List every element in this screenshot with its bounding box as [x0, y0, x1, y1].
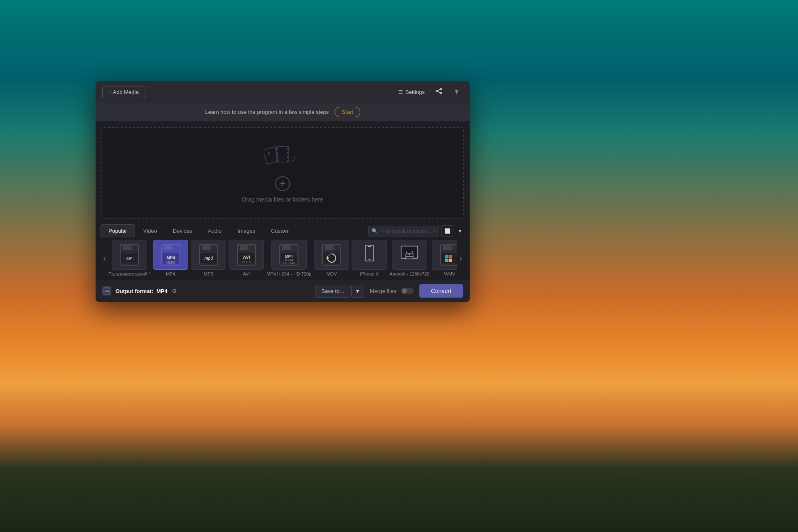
merge-files-label: Merge files:: [370, 288, 398, 294]
tab-images[interactable]: Images: [230, 225, 263, 237]
add-media-button[interactable]: + Add Media: [102, 86, 145, 98]
svg-text:GIF: GIF: [126, 256, 133, 261]
tab-custom[interactable]: Custom: [264, 225, 297, 237]
merge-files-toggle[interactable]: [401, 288, 414, 294]
format-section: Popular Video Devices Audio Images Custo…: [96, 224, 470, 280]
format-card-android: [392, 240, 427, 270]
format-label-mp4hd: MP4 H.264 - HD 720p: [266, 271, 311, 276]
tab-devices[interactable]: Devices: [165, 225, 200, 237]
search-area: 🔍 ✕ ⬜ ▼: [368, 225, 465, 237]
merge-files-section: Merge files:: [370, 288, 414, 294]
format-label-mov: MOV: [326, 271, 337, 276]
svg-rect-69: [445, 255, 448, 259]
format-label-android: Android - 1280x720: [389, 271, 429, 276]
format-item-mp3[interactable]: mp3 MP3: [191, 240, 226, 276]
settings-button[interactable]: ☰ Settings: [395, 87, 428, 97]
format-item-android[interactable]: Android - 1280x720: [389, 240, 429, 276]
svg-rect-30: [202, 244, 211, 250]
format-card-avi: AVI VIDEO: [229, 240, 264, 270]
format-item-iphonex[interactable]: iPhone X: [352, 240, 387, 276]
format-card-gif: GIF: [112, 240, 147, 270]
svg-rect-35: [240, 244, 249, 250]
formats-next-button[interactable]: ›: [457, 254, 465, 263]
collapse-formats-button[interactable]: ▼: [456, 227, 465, 236]
output-settings-icon[interactable]: ⚙: [172, 288, 177, 294]
svg-text:MP4: MP4: [166, 256, 175, 260]
tab-video[interactable]: Video: [136, 225, 165, 237]
tab-popular[interactable]: Popular: [101, 224, 135, 237]
search-input[interactable]: [368, 226, 439, 236]
svg-rect-42: [291, 245, 293, 249]
svg-rect-11: [276, 160, 278, 162]
media-icon: ♪: [264, 143, 301, 171]
save-to-button[interactable]: Save to...: [315, 285, 350, 298]
formats-list: GIF Пользовательский ° MP: [108, 240, 457, 276]
svg-rect-61: [406, 255, 413, 259]
format-item-wmv[interactable]: WMV: [432, 240, 457, 276]
svg-line-3: [438, 89, 440, 91]
title-bar: + Add Media ☰ Settings ?: [96, 81, 470, 103]
search-wrap: 🔍 ✕: [368, 226, 439, 236]
svg-rect-9: [276, 152, 278, 154]
svg-point-0: [440, 88, 442, 90]
svg-rect-19: [131, 245, 133, 249]
help-icon: ?: [454, 89, 458, 96]
format-item-mp4[interactable]: MP4 VIDEO MP4: [153, 240, 188, 276]
svg-rect-49: [333, 245, 336, 249]
save-to-dropdown-button[interactable]: ▼: [351, 285, 364, 298]
svg-text:HD 720p: HD 720p: [283, 261, 295, 265]
svg-rect-70: [449, 255, 452, 259]
svg-rect-8: [276, 148, 278, 150]
expand-formats-button[interactable]: ⬜: [441, 225, 453, 237]
svg-point-6: [268, 152, 270, 155]
toggle-thumb: [402, 288, 407, 293]
svg-line-4: [438, 91, 440, 93]
output-label: Output format:: [116, 288, 153, 294]
drop-zone[interactable]: ♪ + Drag media files or folders here: [101, 127, 464, 219]
format-item-avi[interactable]: AVI VIDEO AVI: [229, 240, 264, 276]
svg-rect-14: [287, 156, 289, 158]
svg-rect-18: [123, 244, 132, 250]
format-label-gif: Пользовательский °: [108, 271, 150, 276]
svg-rect-15: [287, 160, 289, 162]
convert-button[interactable]: Convert: [419, 284, 463, 298]
svg-text:mp3: mp3: [204, 256, 213, 261]
format-card-mp4: MP4 VIDEO: [153, 240, 188, 270]
svg-rect-67: [451, 245, 454, 249]
svg-rect-66: [443, 244, 452, 250]
svg-rect-55: [368, 246, 371, 247]
chevron-down-icon: ▼: [458, 228, 463, 234]
help-button[interactable]: ?: [450, 85, 463, 99]
svg-rect-53: [361, 253, 378, 264]
tab-audio[interactable]: Audio: [200, 225, 229, 237]
format-card-mp4hd: MP4 H.264 HD 720p: [271, 240, 307, 270]
svg-text:♪: ♪: [291, 151, 297, 164]
format-item-mov[interactable]: MOV: [314, 240, 349, 276]
svg-text:MP4: MP4: [285, 254, 293, 259]
clear-search-button[interactable]: ✕: [433, 228, 436, 234]
svg-rect-36: [248, 245, 251, 249]
settings-lines-icon: ☰: [398, 89, 403, 95]
start-button[interactable]: Start: [335, 107, 360, 117]
add-files-circle[interactable]: +: [275, 176, 290, 191]
banner: Learn how to use the program in a few si…: [96, 103, 470, 121]
drop-zone-text: Drag media files or folders here: [242, 196, 323, 203]
formats-row: ‹ GIF: [99, 240, 466, 276]
share-button[interactable]: [432, 85, 446, 99]
format-item-gif[interactable]: GIF Пользовательский °: [108, 240, 150, 276]
svg-rect-41: [282, 244, 291, 250]
svg-rect-25: [172, 245, 175, 249]
output-format-text: Output format: MP4: [116, 288, 167, 294]
bottom-right: Save to... ▼ Merge files: Convert: [315, 284, 463, 298]
svg-text:H.264: H.264: [285, 259, 293, 261]
format-label-iphonex: iPhone X: [360, 271, 379, 276]
format-item-mp4hd[interactable]: MP4 H.264 HD 720p MP4 H.264 - HD 720p: [266, 240, 311, 276]
svg-rect-48: [325, 244, 334, 250]
svg-rect-71: [445, 259, 448, 262]
format-card-wmv: [432, 240, 457, 270]
formats-prev-button[interactable]: ‹: [101, 254, 108, 263]
svg-rect-24: [164, 244, 173, 250]
format-card-iphonex: [352, 240, 387, 270]
app-window: + Add Media ☰ Settings ?: [96, 81, 470, 302]
svg-rect-10: [276, 156, 278, 158]
